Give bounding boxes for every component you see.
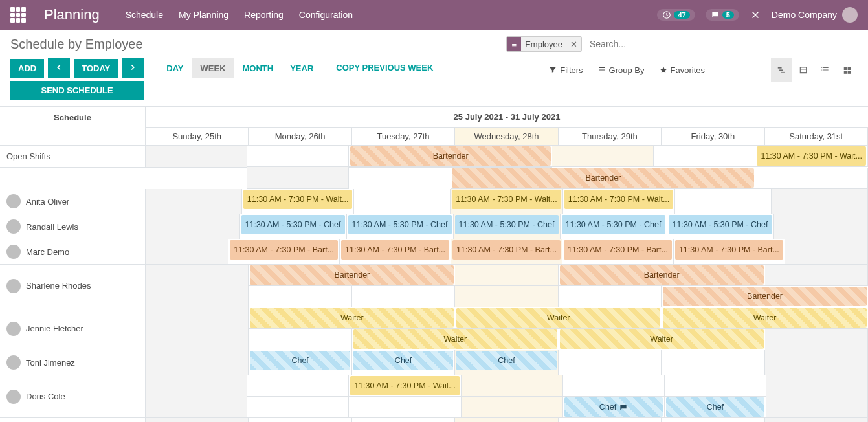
shift-pill[interactable]: 11:30 AM - 7:30 PM - Bart... — [452, 240, 561, 260]
cell[interactable] — [455, 418, 558, 422]
day-wed[interactable]: Wednesday, 28th — [455, 128, 558, 145]
cell[interactable]: Chef — [352, 350, 455, 375]
cell[interactable] — [146, 350, 249, 375]
cell[interactable] — [354, 189, 451, 214]
shift-pill[interactable]: Bartender — [560, 265, 764, 285]
row-marc-demo[interactable]: Marc Demo — [0, 239, 146, 265]
cell[interactable]: 11:30 AM - 7:30 PM - Bart... — [562, 239, 674, 265]
shift-pill[interactable]: Chef — [564, 397, 663, 417]
shift-pill[interactable]: 11:30 AM - 5:30 PM - Chef — [348, 215, 452, 234]
shift-pill[interactable]: 11:30 AM - 7:30 PM - Bart... — [341, 240, 449, 260]
tools-icon[interactable] — [750, 9, 761, 21]
shift-pill[interactable]: 11:30 AM - 7:30 PM - Wait... — [757, 146, 866, 166]
cell[interactable] — [559, 418, 662, 422]
scale-month[interactable]: MONTH — [234, 58, 282, 78]
cell[interactable] — [755, 168, 868, 189]
cell[interactable] — [146, 418, 249, 422]
cell[interactable] — [462, 397, 563, 418]
send-schedule-button[interactable]: SEND SCHEDULE — [10, 81, 144, 100]
day-thu[interactable]: Thursday, 29th — [559, 128, 662, 145]
nav-configuration[interactable]: Configuration — [299, 10, 353, 20]
shift-pill[interactable]: 11:30 AM - 5:30 PM - Chef — [669, 215, 772, 234]
cell[interactable] — [249, 329, 351, 350]
row-randall-lewis[interactable]: Randall Lewis — [0, 214, 146, 239]
apps-icon[interactable] — [10, 7, 26, 23]
cell[interactable]: 11:30 AM - 7:30 PM - Wait... — [563, 189, 676, 214]
shift-pill[interactable]: Chef — [250, 351, 350, 370]
cell[interactable] — [785, 239, 868, 265]
shift-pill[interactable]: 11:30 AM - 7:30 PM - Bart... — [564, 240, 672, 260]
cell[interactable] — [552, 146, 654, 167]
day-sat[interactable]: Saturday, 31st — [765, 128, 868, 145]
row-mitchell-admin[interactable]: Mitchell Admin — [0, 418, 146, 422]
cell[interactable] — [765, 350, 868, 375]
row-open-shifts[interactable]: Open Shifts — [0, 146, 146, 168]
cell[interactable] — [249, 418, 351, 422]
row-sharlene-rhodes[interactable]: Sharlene Rhodes — [0, 265, 146, 307]
cell[interactable] — [247, 375, 349, 397]
cell[interactable]: Waiter — [249, 307, 455, 329]
cell[interactable]: Bartender — [349, 146, 552, 167]
cell[interactable] — [146, 375, 247, 418]
cell[interactable] — [146, 265, 249, 307]
cell[interactable] — [451, 167, 552, 168]
day-sun[interactable]: Sunday, 25th — [146, 128, 249, 145]
shift-pill[interactable]: Waiter — [456, 308, 660, 328]
nav-my-planning[interactable]: My Planning — [179, 10, 228, 20]
cell[interactable]: 11:30 AM - 7:30 PM - Wait... — [242, 189, 355, 214]
shift-pill[interactable]: Waiter — [663, 308, 867, 328]
scale-day[interactable]: DAY — [158, 58, 192, 78]
shift-pill[interactable]: 11:30 AM - 5:30 PM - Chef — [562, 215, 665, 234]
cell[interactable] — [352, 286, 455, 307]
cell[interactable] — [349, 167, 451, 168]
cell[interactable]: Chef — [249, 350, 351, 375]
cell[interactable] — [146, 189, 242, 214]
chat-badge[interactable]: 5 — [706, 9, 739, 21]
shift-pill[interactable]: Bartender — [663, 287, 867, 306]
cell[interactable] — [455, 265, 558, 286]
cell[interactable]: 11:30 AM - 7:30 PM - Wait... — [755, 146, 868, 167]
cell[interactable]: Bartender — [451, 168, 755, 189]
shift-pill[interactable]: Waiter — [250, 308, 454, 328]
cell[interactable]: Waiter — [455, 307, 662, 329]
shift-pill[interactable]: 11:30 AM - 7:30 PM - Wait... — [243, 190, 353, 209]
row-toni-jimenez[interactable]: Toni Jimenez — [0, 350, 146, 375]
cell[interactable] — [559, 286, 662, 307]
filters-button[interactable]: Filters — [548, 65, 583, 75]
cell[interactable]: 11:30 AM - 7:30 PM - Bart... — [228, 239, 340, 265]
cell[interactable]: Bartender — [662, 286, 868, 307]
cell[interactable] — [249, 286, 351, 307]
cell[interactable] — [146, 307, 249, 350]
day-tue[interactable]: Tuesday, 27th — [352, 128, 455, 145]
cell[interactable] — [247, 146, 349, 167]
shift-pill[interactable]: 11:30 AM - 7:30 PM - Wait... — [452, 190, 561, 209]
cell[interactable] — [765, 265, 868, 286]
next-button[interactable] — [122, 58, 144, 78]
prev-button[interactable] — [48, 58, 70, 78]
cell[interactable] — [247, 167, 349, 189]
cell[interactable] — [462, 375, 563, 397]
cell[interactable] — [146, 146, 247, 168]
today-button[interactable]: TODAY — [74, 59, 118, 78]
shift-pill[interactable]: Bartender — [350, 146, 551, 166]
day-mon[interactable]: Monday, 26th — [249, 128, 351, 145]
list-view-button[interactable] — [815, 58, 836, 82]
cell[interactable]: Bartender — [559, 265, 765, 286]
search-input[interactable] — [586, 36, 858, 52]
scale-week[interactable]: WEEK — [192, 58, 234, 78]
cell[interactable]: Chef — [563, 397, 665, 418]
cell[interactable] — [352, 418, 455, 422]
gantt-view-button[interactable] — [771, 58, 792, 82]
cell[interactable]: 11:30 AM - 7:30 PM - Bart... — [451, 239, 562, 265]
cell[interactable] — [765, 418, 868, 422]
nav-reporting[interactable]: Reporting — [244, 10, 284, 20]
shift-pill[interactable]: Waiter — [353, 329, 557, 349]
shift-pill[interactable]: Bartender — [452, 168, 754, 188]
shift-pill[interactable]: 11:30 AM - 7:30 PM - Bart... — [230, 240, 338, 260]
cell[interactable]: 11:30 AM - 7:30 PM - Bart... — [340, 239, 451, 265]
cell[interactable]: Waiter — [662, 307, 868, 329]
row-doris-cole[interactable]: Doris Cole — [0, 375, 146, 418]
shift-pill[interactable]: Bartender — [250, 265, 454, 285]
cell[interactable] — [455, 286, 558, 307]
shift-pill[interactable]: Chef — [353, 351, 453, 370]
